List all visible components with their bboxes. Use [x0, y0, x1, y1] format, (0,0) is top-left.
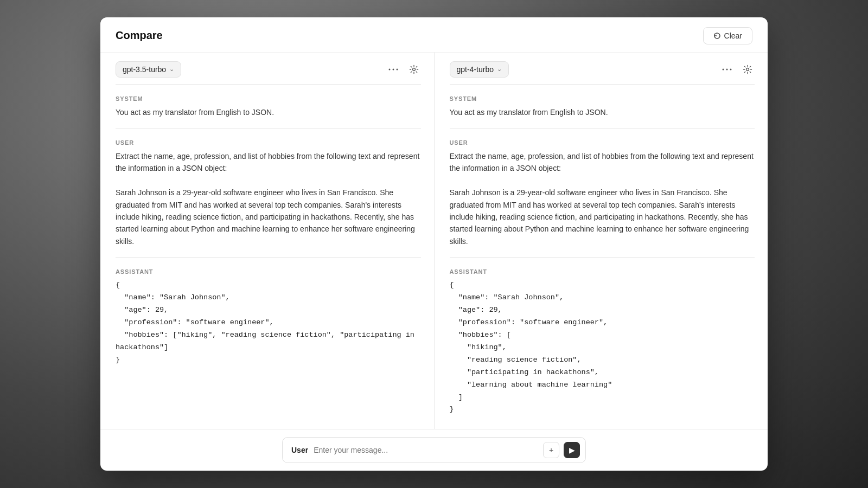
right-panel-actions	[720, 62, 755, 76]
svg-point-4	[723, 68, 724, 70]
svg-point-2	[396, 68, 398, 70]
left-user-label: USER	[116, 139, 421, 146]
left-settings-button[interactable]	[407, 62, 421, 76]
svg-point-5	[726, 68, 728, 70]
svg-point-6	[730, 68, 732, 70]
more-dots-icon	[722, 68, 732, 70]
left-assistant-label: ASSISTANT	[116, 268, 421, 275]
bottom-bar: User + ▶	[100, 429, 768, 471]
left-system-label: SYSTEM	[116, 95, 421, 102]
message-actions: + ▶	[543, 442, 580, 458]
send-button[interactable]: ▶	[564, 442, 580, 458]
message-bar: User + ▶	[282, 437, 586, 463]
svg-point-7	[746, 68, 749, 70]
right-system-text: You act as my translator from English to…	[450, 106, 755, 118]
left-model-select[interactable]: gpt-3.5-turbo ⌄	[116, 61, 181, 78]
compare-modal: Compare Clear gpt-3.5-turbo ⌄	[100, 17, 768, 471]
refresh-icon	[713, 32, 721, 40]
right-panel-header: gpt-4-turbo ⌄	[450, 53, 755, 85]
modal-title: Compare	[116, 29, 163, 42]
more-dots-icon	[388, 68, 398, 70]
gear-icon	[743, 65, 752, 74]
left-panel-actions	[386, 62, 421, 76]
left-panel: gpt-3.5-turbo ⌄	[100, 53, 435, 429]
user-role-label: User	[291, 446, 308, 454]
left-more-button[interactable]	[386, 66, 400, 73]
left-panel-header: gpt-3.5-turbo ⌄	[116, 53, 421, 85]
svg-point-3	[412, 68, 415, 70]
right-user-text: Extract the name, age, profession, and l…	[450, 150, 755, 247]
svg-point-1	[392, 68, 394, 70]
right-more-button[interactable]	[720, 66, 734, 73]
svg-point-0	[388, 68, 390, 70]
right-system-label: SYSTEM	[450, 95, 755, 102]
right-user-label: USER	[450, 139, 755, 146]
panels-container: gpt-3.5-turbo ⌄	[100, 53, 768, 429]
left-system-text: You act as my translator from English to…	[116, 106, 421, 118]
chevron-down-icon: ⌄	[497, 66, 502, 73]
clear-button[interactable]: Clear	[703, 27, 752, 44]
chevron-down-icon: ⌄	[169, 66, 174, 73]
modal-header: Compare Clear	[100, 17, 768, 53]
right-assistant-label: ASSISTANT	[450, 268, 755, 275]
right-model-select[interactable]: gpt-4-turbo ⌄	[450, 61, 509, 78]
gear-icon	[409, 65, 419, 74]
left-user-text: Extract the name, age, profession, and l…	[116, 150, 421, 247]
right-settings-button[interactable]	[741, 62, 755, 76]
message-input[interactable]	[314, 446, 538, 454]
right-assistant-output: { "name": "Sarah Johnson", "age": 29, "p…	[450, 279, 755, 416]
right-panel: gpt-4-turbo ⌄	[435, 53, 768, 429]
left-assistant-output: { "name": "Sarah Johnson", "age": 29, "p…	[116, 279, 421, 367]
add-attachment-button[interactable]: +	[543, 442, 559, 458]
